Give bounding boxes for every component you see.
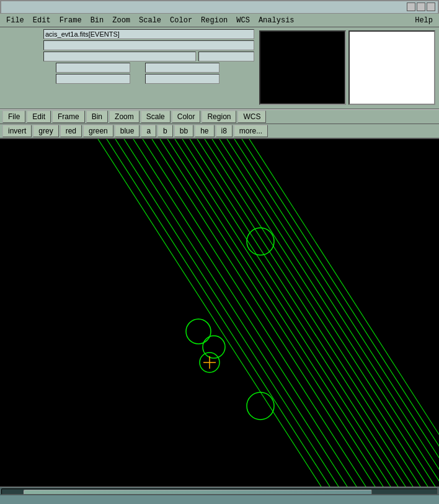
color-grey[interactable]: grey [33, 125, 58, 137]
toolbar: File Edit Frame Bin Zoom Scale Color Reg… [0, 109, 439, 124]
color-he[interactable]: he [195, 125, 214, 137]
menu-edit[interactable]: Edit [29, 16, 55, 25]
image-row [4, 74, 254, 84]
svg-line-18 [107, 139, 330, 487]
svg-line-1 [133, 139, 357, 487]
overlay-svg [0, 139, 439, 487]
scroll-thumb[interactable] [24, 490, 372, 495]
title-bar [0, 0, 439, 14]
svg-line-14 [234, 139, 439, 487]
color-b[interactable]: b [157, 125, 173, 137]
toolbar-zoom[interactable]: Zoom [109, 110, 140, 123]
svg-line-0 [124, 139, 347, 487]
toolbar-region[interactable]: Region [202, 110, 236, 123]
color-red[interactable]: red [60, 125, 82, 137]
toolbar-file[interactable]: File [2, 110, 25, 123]
value-row [4, 40, 254, 50]
menu-zoom[interactable]: Zoom [109, 16, 134, 25]
svg-line-5 [167, 139, 391, 487]
color-invert[interactable]: invert [2, 125, 32, 137]
menu-file[interactable]: File [2, 16, 28, 25]
maximize-button[interactable] [417, 2, 425, 11]
physical-row [4, 63, 254, 73]
thumbnail-canvas [260, 32, 345, 104]
scrollbar[interactable] [0, 487, 439, 495]
scroll-track[interactable] [1, 488, 438, 495]
svg-line-16 [249, 139, 439, 487]
color-more[interactable]: more... [234, 125, 268, 137]
wcs-input-extra[interactable] [198, 52, 254, 61]
file-input[interactable] [43, 29, 254, 39]
toolbar-bin[interactable]: Bin [86, 110, 108, 123]
svg-line-17 [115, 139, 339, 487]
svg-point-24 [247, 392, 274, 420]
minimize-button[interactable] [407, 2, 415, 11]
svg-point-22 [203, 336, 225, 358]
toolbar-frame[interactable]: Frame [52, 110, 85, 123]
menu-bar: File Edit Frame Bin Zoom Scale Color Reg… [0, 14, 439, 27]
svg-line-9 [197, 139, 420, 487]
close-button[interactable] [427, 2, 435, 11]
svg-line-19 [98, 139, 321, 487]
toolbar-edit[interactable]: Edit [27, 110, 51, 123]
value-input[interactable] [43, 40, 254, 50]
menu-analysis[interactable]: Analysis [255, 16, 298, 25]
toolbar-scale[interactable]: Scale [141, 110, 171, 123]
svg-line-13 [227, 139, 439, 487]
menu-frame[interactable]: Frame [56, 16, 86, 25]
toolbar-color[interactable]: Color [172, 110, 201, 123]
svg-line-4 [160, 139, 383, 487]
color-a[interactable]: a [141, 125, 156, 137]
physical-y-input[interactable] [145, 63, 220, 73]
menu-help[interactable]: Help [411, 16, 437, 25]
menu-region[interactable]: Region [197, 16, 231, 25]
svg-line-7 [182, 139, 406, 487]
svg-line-11 [212, 139, 435, 487]
color-i8[interactable]: i8 [216, 125, 233, 137]
menu-wcs[interactable]: WCS [233, 16, 254, 25]
toolbar-wcs[interactable]: WCS [237, 110, 266, 123]
color-blue[interactable]: blue [115, 125, 140, 137]
physical-x-input[interactable] [56, 63, 130, 73]
svg-point-21 [186, 319, 211, 344]
svg-line-2 [143, 139, 366, 487]
menu-color[interactable]: Color [166, 16, 196, 25]
color-green[interactable]: green [83, 125, 113, 137]
image-x-input[interactable] [56, 74, 130, 84]
wcs-input-main[interactable] [43, 52, 196, 61]
svg-line-6 [175, 139, 398, 487]
info-fields [4, 29, 259, 107]
wcs-row [4, 52, 254, 61]
svg-line-12 [220, 139, 439, 487]
color-bb[interactable]: bb [174, 125, 193, 137]
image-area[interactable] [0, 139, 439, 487]
svg-line-8 [190, 139, 413, 487]
info-panel [0, 27, 439, 109]
svg-line-3 [152, 139, 375, 487]
image-y-input[interactable] [145, 74, 220, 84]
menu-scale[interactable]: Scale [135, 16, 165, 25]
thumbnails [259, 29, 435, 107]
thumbnail-secondary[interactable] [348, 30, 435, 105]
svg-line-10 [205, 139, 428, 487]
file-row [4, 29, 254, 39]
thumbnail-image[interactable] [259, 30, 346, 105]
menu-bin[interactable]: Bin [87, 16, 108, 25]
color-bar: invert grey red green blue a b bb he i8 … [0, 124, 439, 139]
